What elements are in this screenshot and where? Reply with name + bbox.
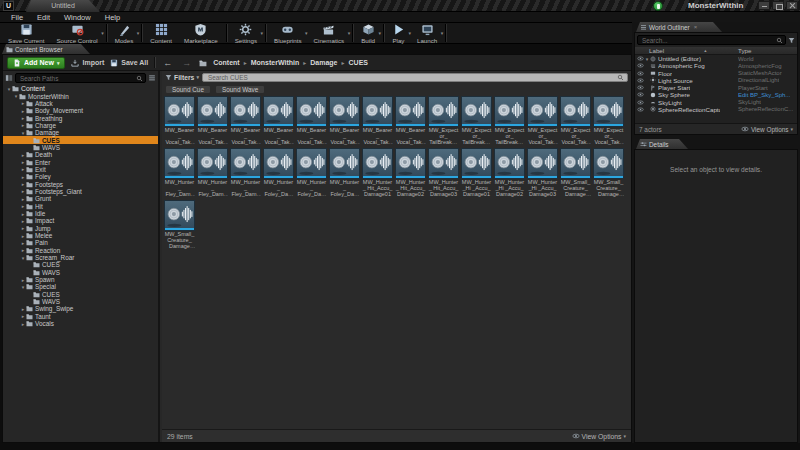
tree-item-monsterwithin[interactable]: ▾MonsterWithin: [3, 92, 158, 99]
tree-item-footsteps[interactable]: ▸Footsteps: [3, 180, 158, 187]
blueprints-button[interactable]: Blueprints▾: [268, 23, 308, 43]
asset-tile[interactable]: MW_Hunter_ Fley_Damage Assets02 Cue: [197, 148, 228, 198]
breadcrumb-cues[interactable]: CUES: [349, 59, 368, 66]
close-icon[interactable]: ×: [694, 24, 698, 30]
asset-tile[interactable]: MW_Hunter_ Foley_Damage Assets02 Cue: [296, 148, 327, 198]
tree-item-hit[interactable]: ▸Hit: [3, 203, 158, 210]
breadcrumb-content[interactable]: Content: [213, 59, 239, 66]
tree-item-special[interactable]: ▾Special: [3, 283, 158, 290]
tree-item-enter[interactable]: ▸Enter: [3, 158, 158, 165]
asset-tile[interactable]: MW_Bearer_ Vocal_Take Damage02: [197, 96, 228, 146]
close-button[interactable]: [786, 1, 798, 10]
chevron-down-icon[interactable]: ▾: [378, 30, 381, 36]
maximize-button[interactable]: [772, 1, 784, 10]
asset-tile[interactable]: MW_Hunter_ Fley_Damage Assets03 Cue: [230, 148, 261, 198]
asset-tile[interactable]: MW_Bearer_ Vocal_Take Damage05: [296, 96, 327, 146]
launch-button[interactable]: Launch▾: [411, 23, 443, 43]
asset-tile[interactable]: MW_Hunter_ Hit_Accu_ Damage01: [362, 148, 393, 198]
outliner-row-atmospheric-fog[interactable]: Atmospheric FogAtmosphericFog: [635, 62, 797, 69]
tree-item-exit[interactable]: ▸Exit: [3, 166, 158, 173]
filters-button[interactable]: Filters ▾: [165, 74, 199, 81]
tree-item-impact[interactable]: ▸Impact: [3, 217, 158, 224]
asset-tile[interactable]: MW_Hunter_ Foley_Damage Assets01 Cue: [263, 148, 294, 198]
column-label[interactable]: Label: [649, 47, 664, 54]
tree-item-idle[interactable]: ▸Idle: [3, 210, 158, 217]
save-all-button[interactable]: Save All: [110, 59, 148, 67]
asset-search-input[interactable]: [206, 73, 617, 82]
view-options-button[interactable]: View Options ▾: [572, 432, 626, 440]
chevron-down-icon[interactable]: ▾: [101, 30, 104, 36]
asset-tile[interactable]: MW_Bearer_ Vocal_Take Damage03: [230, 96, 261, 146]
asset-tile[interactable]: MW_Hunter_Hi _Accu_ Damage02: [494, 148, 525, 198]
asset-tile[interactable]: MW_Hunter_ Hit_Accu_ Damage02: [395, 148, 426, 198]
asset-tile[interactable]: MW_Small_ Creature_ Damage Foley: [164, 200, 195, 250]
filter-pill-sound-wave[interactable]: Sound Wave: [215, 85, 265, 94]
outliner-row-sky-sphere[interactable]: Sky SphereEdit BP_Sky_Sph...: [635, 91, 797, 98]
marketplace-button[interactable]: Marketplace: [178, 23, 224, 43]
forward-button[interactable]: →: [180, 57, 193, 69]
chevron-down-icon[interactable]: ▾: [137, 30, 140, 36]
content-button[interactable]: Content: [144, 23, 178, 43]
add-new-button[interactable]: Add New ▾: [7, 57, 65, 69]
asset-tile[interactable]: MW_Expector_ Vocal_Take Damage01: [527, 96, 558, 146]
tree-item-wavs[interactable]: WAVS: [3, 144, 158, 151]
tab-content-browser[interactable]: Content Browser: [2, 44, 90, 54]
tree-item-footsteps_giant[interactable]: ▸Footsteps_Giant: [3, 188, 158, 195]
tree-item-wavs[interactable]: WAVS: [3, 298, 158, 305]
chevron-down-icon[interactable]: ▾: [441, 30, 444, 36]
menu-file[interactable]: File: [4, 12, 30, 23]
tree-item-grunt[interactable]: ▸Grunt: [3, 195, 158, 202]
outliner-column-header[interactable]: Label ▴ Type: [635, 47, 797, 55]
chevron-down-icon[interactable]: ▾: [261, 30, 264, 36]
asset-tile[interactable]: MW_Bearer_ Vocal_Take Damage04: [263, 96, 294, 146]
asset-tile[interactable]: MW_Hunter_ Fley_Damage Assets01 Cue: [164, 148, 195, 198]
modes-button[interactable]: Modes▾: [109, 23, 140, 43]
tree-item-reaction[interactable]: ▸Reaction: [3, 247, 158, 254]
asset-tile[interactable]: MW_Bearer_ Vocal_Take Damage01: [164, 96, 195, 146]
document-tab[interactable]: Untitled: [26, 0, 100, 12]
tree-item-jump[interactable]: ▸Jump: [3, 225, 158, 232]
minimize-button[interactable]: [758, 1, 770, 10]
asset-tile[interactable]: MW_Expector_ Vocal_Take Damage02: [560, 96, 591, 146]
asset-tile[interactable]: MW_Hunter_Hi _Accu_ Damage01: [461, 148, 492, 198]
tree-item-pain[interactable]: ▸Pain: [3, 239, 158, 246]
tab-details[interactable]: Details: [636, 139, 688, 149]
outliner-row-light-source[interactable]: Light SourceDirectionalLight: [635, 77, 797, 84]
tree-item-damage[interactable]: ▾Damage: [3, 129, 158, 136]
tree-item-cues[interactable]: CUES: [3, 291, 158, 298]
breadcrumb-damage[interactable]: Damage: [310, 59, 337, 66]
tree-item-cues[interactable]: CUES: [3, 261, 158, 268]
import-button[interactable]: Import: [71, 59, 104, 67]
tree-item-foley[interactable]: ▸Foley: [3, 173, 158, 180]
source-control-button[interactable]: Source Control▾: [50, 23, 103, 43]
asset-tile[interactable]: MW_Expector_ TailBreak03_ Cue: [494, 96, 525, 146]
menu-help[interactable]: Help: [98, 12, 127, 23]
asset-tile[interactable]: MW_Hunter_ Foley_Damage Assets03 Cue: [329, 148, 360, 198]
play-button[interactable]: Play▾: [386, 23, 411, 43]
asset-tile[interactable]: MW_Hunter_ Hit_Accu_ Damage03: [428, 148, 459, 198]
asset-tile[interactable]: MW_Expector_ TailBreak01_ Cue: [428, 96, 459, 146]
asset-tile[interactable]: MW_Expector_ Vocal_Take Damage03: [593, 96, 624, 146]
tree-item-death[interactable]: ▸Death: [3, 151, 158, 158]
build-button[interactable]: Build▾: [355, 23, 381, 43]
asset-tile[interactable]: MW_Small_ Creature_ Damage Foley: [593, 148, 624, 198]
tree-item-attack[interactable]: ▸Attack: [3, 100, 158, 107]
tree-item-body_movement[interactable]: ▸Body_Movement: [3, 107, 158, 114]
outliner-row-untitled-editor-[interactable]: ▾Untitled (Editor)World: [635, 55, 797, 62]
breadcrumb-monsterwithin[interactable]: MonsterWithin: [251, 59, 300, 66]
tree-item-melee[interactable]: ▸Melee: [3, 232, 158, 239]
tree-item-cues[interactable]: CUES: [3, 136, 158, 143]
settings-button[interactable]: Settings▾: [229, 23, 263, 43]
asset-tile[interactable]: MW_Expector_ TailBreak02_ Cue: [461, 96, 492, 146]
asset-tile[interactable]: MW_Small_ Creature_ Damage Foley: [560, 148, 591, 198]
back-button[interactable]: ←: [161, 57, 174, 69]
outliner-row-spherereflectioncapture[interactable]: SphereReflectionCaptureSphereReflectionC…: [635, 106, 797, 113]
menu-edit[interactable]: Edit: [30, 12, 57, 23]
tree-item-charge[interactable]: ▸Charge: [3, 122, 158, 129]
actor-type-link[interactable]: Edit BP_Sky_Sph...: [738, 92, 790, 98]
tree-item-breathing[interactable]: ▸Breathing: [3, 114, 158, 121]
outliner-search-input[interactable]: [640, 36, 776, 45]
tab-world-outliner[interactable]: World Outliner ×: [636, 22, 722, 32]
tree-item-content[interactable]: ▾Content: [3, 85, 158, 92]
outliner-row-floor[interactable]: FloorStaticMeshActor: [635, 70, 797, 77]
